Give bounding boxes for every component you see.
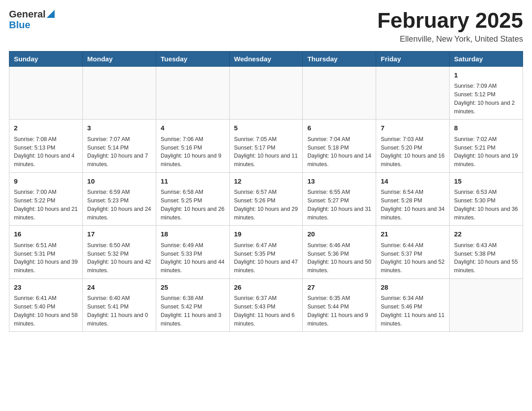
day-info: Sunrise: 6:47 AM Sunset: 5:35 PM Dayligh…: [234, 241, 298, 275]
day-info: Sunrise: 7:08 AM Sunset: 5:13 PM Dayligh…: [14, 135, 78, 169]
day-number: 10: [87, 176, 151, 187]
day-info: Sunrise: 6:50 AM Sunset: 5:32 PM Dayligh…: [87, 241, 151, 275]
calendar-week-2: 2Sunrise: 7:08 AM Sunset: 5:13 PM Daylig…: [9, 120, 523, 173]
table-row: 13Sunrise: 6:55 AM Sunset: 5:27 PM Dayli…: [303, 172, 376, 226]
table-row: 22Sunrise: 6:43 AM Sunset: 5:38 PM Dayli…: [450, 226, 523, 279]
day-number: 5: [234, 123, 298, 133]
col-tuesday: Tuesday: [156, 51, 229, 66]
table-row: 21Sunrise: 6:44 AM Sunset: 5:37 PM Dayli…: [376, 226, 450, 279]
col-friday: Friday: [376, 51, 450, 66]
day-number: 13: [307, 176, 371, 187]
day-number: 1: [454, 70, 518, 81]
col-saturday: Saturday: [450, 51, 523, 66]
logo-blue: Blue: [9, 19, 30, 30]
table-row: 19Sunrise: 6:47 AM Sunset: 5:35 PM Dayli…: [229, 226, 303, 279]
day-info: Sunrise: 6:51 AM Sunset: 5:31 PM Dayligh…: [14, 241, 78, 275]
day-info: Sunrise: 6:38 AM Sunset: 5:42 PM Dayligh…: [161, 294, 225, 328]
day-info: Sunrise: 6:44 AM Sunset: 5:37 PM Dayligh…: [381, 241, 445, 275]
day-number: 25: [161, 283, 225, 293]
day-number: 18: [161, 229, 225, 240]
day-info: Sunrise: 6:43 AM Sunset: 5:38 PM Dayligh…: [454, 241, 518, 275]
table-row: 17Sunrise: 6:50 AM Sunset: 5:32 PM Dayli…: [82, 226, 156, 279]
col-thursday: Thursday: [303, 51, 376, 66]
table-row: [9, 66, 83, 120]
table-row: 5Sunrise: 7:05 AM Sunset: 5:17 PM Daylig…: [229, 120, 303, 173]
table-row: [376, 66, 450, 120]
day-number: 12: [234, 176, 298, 187]
day-number: 7: [381, 123, 445, 133]
day-number: 22: [454, 229, 518, 240]
day-info: Sunrise: 7:05 AM Sunset: 5:17 PM Dayligh…: [234, 135, 298, 169]
day-info: Sunrise: 7:07 AM Sunset: 5:14 PM Dayligh…: [87, 135, 151, 169]
table-row: [82, 66, 156, 120]
calendar-header-row: Sunday Monday Tuesday Wednesday Thursday…: [9, 51, 523, 66]
logo-general: General: [9, 9, 46, 20]
table-row: 8Sunrise: 7:02 AM Sunset: 5:21 PM Daylig…: [450, 120, 523, 173]
location-text: Ellenville, New York, United States: [377, 34, 523, 44]
day-info: Sunrise: 6:40 AM Sunset: 5:41 PM Dayligh…: [87, 294, 151, 328]
table-row: 7Sunrise: 7:03 AM Sunset: 5:20 PM Daylig…: [376, 120, 450, 173]
day-info: Sunrise: 6:57 AM Sunset: 5:26 PM Dayligh…: [234, 188, 298, 222]
table-row: 26Sunrise: 6:37 AM Sunset: 5:43 PM Dayli…: [229, 278, 303, 332]
table-row: 28Sunrise: 6:34 AM Sunset: 5:46 PM Dayli…: [376, 278, 450, 332]
day-info: Sunrise: 7:04 AM Sunset: 5:18 PM Dayligh…: [307, 135, 371, 169]
table-row: 2Sunrise: 7:08 AM Sunset: 5:13 PM Daylig…: [9, 120, 83, 173]
day-number: 28: [381, 283, 445, 293]
day-info: Sunrise: 6:53 AM Sunset: 5:30 PM Dayligh…: [454, 188, 518, 222]
table-row: [229, 66, 303, 120]
day-info: Sunrise: 6:46 AM Sunset: 5:36 PM Dayligh…: [307, 241, 371, 275]
table-row: 16Sunrise: 6:51 AM Sunset: 5:31 PM Dayli…: [9, 226, 83, 279]
day-number: 15: [454, 176, 518, 187]
day-number: 20: [307, 229, 371, 240]
calendar-week-4: 16Sunrise: 6:51 AM Sunset: 5:31 PM Dayli…: [9, 226, 523, 279]
day-info: Sunrise: 6:37 AM Sunset: 5:43 PM Dayligh…: [234, 294, 298, 328]
calendar-week-1: 1Sunrise: 7:09 AM Sunset: 5:12 PM Daylig…: [9, 66, 523, 120]
day-number: 19: [234, 229, 298, 240]
day-info: Sunrise: 6:49 AM Sunset: 5:33 PM Dayligh…: [161, 241, 225, 275]
month-title: February 2025: [377, 9, 523, 33]
day-info: Sunrise: 6:34 AM Sunset: 5:46 PM Dayligh…: [381, 294, 445, 328]
table-row: 15Sunrise: 6:53 AM Sunset: 5:30 PM Dayli…: [450, 172, 523, 226]
day-info: Sunrise: 7:06 AM Sunset: 5:16 PM Dayligh…: [161, 135, 225, 169]
day-number: 26: [234, 283, 298, 293]
table-row: 12Sunrise: 6:57 AM Sunset: 5:26 PM Dayli…: [229, 172, 303, 226]
day-number: 24: [87, 283, 151, 293]
table-row: 10Sunrise: 6:59 AM Sunset: 5:23 PM Dayli…: [82, 172, 156, 226]
page-header: General Blue February 2025 Ellenville, N…: [9, 9, 523, 44]
table-row: 18Sunrise: 6:49 AM Sunset: 5:33 PM Dayli…: [156, 226, 229, 279]
col-monday: Monday: [82, 51, 156, 66]
day-number: 17: [87, 229, 151, 240]
table-row: [156, 66, 229, 120]
table-row: 24Sunrise: 6:40 AM Sunset: 5:41 PM Dayli…: [82, 278, 156, 332]
day-info: Sunrise: 6:35 AM Sunset: 5:44 PM Dayligh…: [307, 294, 371, 328]
day-number: 16: [14, 229, 78, 240]
day-number: 23: [14, 283, 78, 293]
col-wednesday: Wednesday: [229, 51, 303, 66]
svg-marker-0: [47, 10, 55, 18]
day-number: 9: [14, 176, 78, 187]
day-number: 6: [307, 123, 371, 133]
logo-triangle-icon: [47, 10, 55, 18]
table-row: 4Sunrise: 7:06 AM Sunset: 5:16 PM Daylig…: [156, 120, 229, 173]
calendar-table: Sunday Monday Tuesday Wednesday Thursday…: [9, 51, 523, 332]
day-number: 8: [454, 123, 518, 133]
day-info: Sunrise: 6:54 AM Sunset: 5:28 PM Dayligh…: [381, 188, 445, 222]
table-row: 25Sunrise: 6:38 AM Sunset: 5:42 PM Dayli…: [156, 278, 229, 332]
table-row: [303, 66, 376, 120]
table-row: 1Sunrise: 7:09 AM Sunset: 5:12 PM Daylig…: [450, 66, 523, 120]
day-info: Sunrise: 6:59 AM Sunset: 5:23 PM Dayligh…: [87, 188, 151, 222]
day-info: Sunrise: 7:02 AM Sunset: 5:21 PM Dayligh…: [454, 135, 518, 169]
day-number: 2: [14, 123, 78, 133]
day-number: 14: [381, 176, 445, 187]
table-row: [450, 278, 523, 332]
day-number: 4: [161, 123, 225, 133]
day-number: 11: [161, 176, 225, 187]
day-info: Sunrise: 7:09 AM Sunset: 5:12 PM Dayligh…: [454, 82, 518, 116]
table-row: 14Sunrise: 6:54 AM Sunset: 5:28 PM Dayli…: [376, 172, 450, 226]
table-row: 6Sunrise: 7:04 AM Sunset: 5:18 PM Daylig…: [303, 120, 376, 173]
table-row: 3Sunrise: 7:07 AM Sunset: 5:14 PM Daylig…: [82, 120, 156, 173]
table-row: 27Sunrise: 6:35 AM Sunset: 5:44 PM Dayli…: [303, 278, 376, 332]
day-info: Sunrise: 6:55 AM Sunset: 5:27 PM Dayligh…: [307, 188, 371, 222]
table-row: 20Sunrise: 6:46 AM Sunset: 5:36 PM Dayli…: [303, 226, 376, 279]
logo: General Blue: [9, 9, 55, 30]
